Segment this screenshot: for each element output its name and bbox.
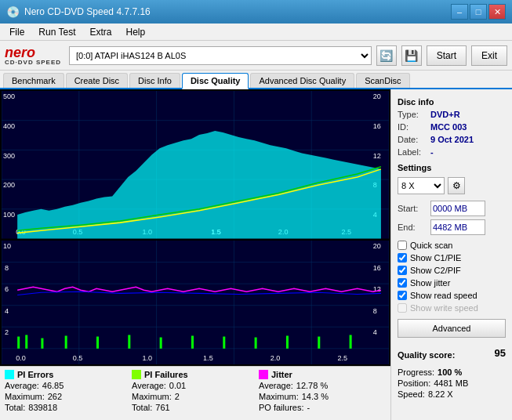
jitter-max-value: 14.3 % [302, 392, 329, 401]
svg-text:4: 4 [373, 328, 377, 336]
chart-top: 500 400 300 200 100 20 16 12 8 4 0.0 0.5… [2, 91, 389, 239]
svg-rect-57 [17, 336, 20, 348]
drive-select[interactable]: [0:0] ATAPI iHAS124 B AL0S [69, 46, 372, 65]
show-c2pif-checkbox[interactable] [398, 266, 407, 275]
app-icon: 💿 [6, 5, 20, 18]
position-value: 4481 MB [434, 378, 468, 388]
svg-rect-67 [286, 335, 289, 348]
nero-logo-text: nero [5, 45, 61, 60]
progress-label: Progress: [398, 368, 434, 377]
maximize-button[interactable]: □ [470, 4, 487, 20]
chart-area: 500 400 300 200 100 20 16 12 8 4 0.0 0.5… [0, 89, 390, 366]
tab-advanced-disc-quality[interactable]: Advanced Disc Quality [250, 73, 354, 88]
svg-text:6: 6 [5, 285, 9, 293]
svg-rect-68 [318, 336, 320, 348]
show-write-speed-checkbox[interactable] [398, 303, 407, 313]
pi-errors-total-value: 839818 [28, 403, 57, 412]
quality-score-value: 95 [495, 347, 506, 359]
svg-text:1.5: 1.5 [203, 354, 213, 362]
svg-rect-66 [255, 337, 257, 348]
tab-disc-quality[interactable]: Disc Quality [182, 73, 249, 89]
refresh-button[interactable]: 🔄 [376, 45, 397, 66]
info-panel: Disc info Type: DVD+R ID: MCC 003 Date: … [390, 89, 512, 420]
show-c1pie-checkbox[interactable] [398, 253, 407, 262]
speed-select[interactable]: 8 X [398, 177, 445, 194]
chart-bottom: 10 8 6 4 2 20 16 12 8 4 0.0 0.5 1.0 1.5 [2, 241, 389, 364]
end-input[interactable] [430, 219, 485, 235]
menu-file[interactable]: File [3, 25, 31, 39]
svg-text:400: 400 [3, 122, 15, 130]
speed-value: 8.22 X [428, 389, 453, 399]
svg-text:16: 16 [373, 263, 381, 271]
title-bar-title: Nero CD-DVD Speed 4.7.7.16 [24, 6, 151, 17]
nero-logo-sub: CD·DVD SPEED [5, 60, 61, 66]
main-content: 500 400 300 200 100 20 16 12 8 4 0.0 0.5… [0, 89, 512, 420]
svg-text:4: 4 [5, 306, 9, 314]
save-button[interactable]: 💾 [401, 45, 422, 66]
stats-jitter: Jitter Average: 12.78 % Maximum: 14.3 % … [259, 370, 386, 417]
svg-rect-64 [191, 335, 194, 348]
svg-text:1.0: 1.0 [142, 354, 152, 362]
exit-button[interactable]: Exit [471, 45, 507, 66]
pi-failures-color-box [132, 370, 141, 379]
tabs: Benchmark Create Disc Disc Info Disc Qua… [0, 71, 512, 89]
show-jitter-label: Show jitter [410, 278, 450, 288]
date-label: Date: [398, 135, 427, 144]
svg-text:2.5: 2.5 [337, 354, 347, 362]
disc-label-value: - [430, 147, 434, 157]
close-button[interactable]: ✕ [488, 4, 506, 20]
settings-icon-button[interactable]: ⚙ [448, 177, 465, 194]
disc-label-label: Label: [398, 147, 427, 157]
show-jitter-checkbox[interactable] [398, 278, 407, 288]
svg-rect-29 [2, 241, 389, 364]
pi-failures-max-value: 2 [175, 392, 180, 401]
menu-extra[interactable]: Extra [83, 25, 118, 39]
svg-text:12: 12 [373, 152, 381, 160]
jitter-max-label: Maximum: [259, 392, 299, 401]
start-input[interactable] [430, 201, 485, 216]
svg-rect-61 [96, 336, 99, 348]
svg-rect-62 [128, 335, 130, 348]
type-value: DVD+R [430, 110, 460, 119]
svg-text:12: 12 [373, 285, 381, 293]
svg-text:8: 8 [373, 306, 377, 314]
start-button[interactable]: Start [427, 45, 467, 66]
tab-benchmark[interactable]: Benchmark [3, 73, 64, 88]
show-c1pie-label: Show C1/PIE [410, 253, 461, 262]
show-c2pif-label: Show C2/PIF [410, 266, 461, 275]
tab-create-disc[interactable]: Create Disc [66, 73, 128, 88]
pi-failures-label: PI Failures [144, 370, 188, 379]
quick-scan-checkbox[interactable] [398, 241, 407, 250]
svg-text:10: 10 [3, 242, 11, 250]
show-read-speed-checkbox[interactable] [398, 291, 407, 300]
id-value: MCC 003 [430, 122, 467, 132]
stats-pi-failures: PI Failures Average: 0.01 Maximum: 2 Tot… [132, 370, 259, 417]
end-label: End: [398, 223, 427, 232]
jitter-color-box [259, 370, 268, 379]
advanced-button[interactable]: Advanced [398, 319, 506, 338]
tab-scan-disc[interactable]: ScanDisc [356, 73, 409, 88]
menu-run-test[interactable]: Run Test [32, 25, 82, 39]
progress-value: 100 % [438, 368, 462, 377]
pi-failures-avg-label: Average: [132, 381, 166, 390]
svg-text:2: 2 [5, 328, 9, 336]
tab-disc-info[interactable]: Disc Info [129, 73, 180, 88]
jitter-po-label: PO failures: [259, 403, 303, 412]
svg-text:20: 20 [373, 242, 381, 250]
svg-text:100: 100 [3, 211, 15, 219]
minimize-button[interactable]: – [451, 4, 468, 20]
menu-help[interactable]: Help [120, 25, 152, 39]
pi-errors-avg-value: 46.85 [42, 381, 64, 390]
pi-errors-max-label: Maximum: [5, 392, 45, 401]
settings-title: Settings [398, 163, 506, 172]
id-label: ID: [398, 122, 427, 132]
pi-errors-color-box [5, 370, 14, 379]
pi-errors-total-label: Total: [5, 403, 25, 412]
pi-failures-avg-value: 0.01 [169, 381, 186, 390]
stats-pi-errors: PI Errors Average: 46.85 Maximum: 262 To… [5, 370, 132, 417]
speed-label: Speed: [398, 389, 425, 399]
menu-bar: File Run Test Extra Help [0, 24, 512, 41]
pi-errors-label: PI Errors [17, 370, 53, 379]
position-label: Position: [398, 378, 430, 388]
disc-info-title: Disc info [398, 97, 506, 107]
